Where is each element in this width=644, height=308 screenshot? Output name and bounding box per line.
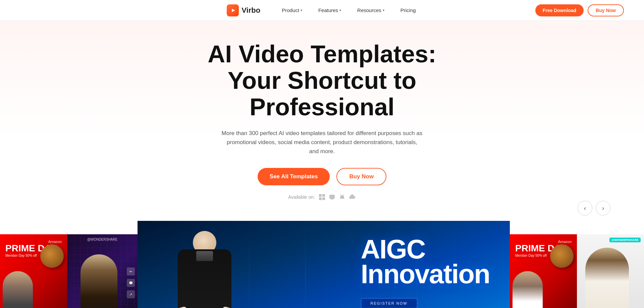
free-download-button[interactable]: Free Download — [535, 4, 584, 16]
svg-point-9 — [343, 197, 343, 197]
video-card-amazon-left[interactable]: Amazon PRIME DAY Member Day 50% off devi… — [0, 234, 67, 308]
resources-chevron-icon: ▾ — [383, 8, 384, 12]
svg-line-10 — [340, 194, 341, 195]
person-right — [513, 264, 546, 308]
product-image-right — [550, 244, 574, 268]
logo-link[interactable]: Virbo — [227, 4, 260, 16]
hero-title: AI Video Templates: Your Shortcut to Pro… — [171, 41, 473, 121]
svg-rect-5 — [322, 197, 325, 200]
carousel-nav: ‹ › — [578, 201, 610, 215]
navbar: Virbo Product ▾ Features ▾ Resources ▾ P… — [0, 0, 644, 21]
svg-rect-4 — [319, 197, 322, 200]
carousel-section: ‹ › Amazon PRIME DAY Member Day 50% off … — [0, 218, 644, 308]
edit-icon: ✏ — [127, 267, 135, 275]
logo-icon — [227, 4, 239, 16]
carousel-next-button[interactable]: › — [596, 201, 610, 215]
hero-subtitle: More than 300 perfect AI video templates… — [221, 129, 423, 156]
see-all-templates-button[interactable]: See All Templates — [258, 168, 330, 185]
features-chevron-icon: ▾ — [339, 8, 341, 12]
android-icon — [338, 193, 346, 201]
person-left — [3, 264, 36, 308]
svg-rect-3 — [322, 194, 325, 197]
aigc-main-text: AIGCInnovation — [361, 237, 490, 286]
available-on: Available on: — [7, 193, 637, 201]
mac-icon — [328, 193, 336, 201]
product-chevron-icon: ▾ — [301, 8, 302, 12]
carousel-track: Amazon PRIME DAY Member Day 50% off devi… — [0, 221, 644, 308]
nav-product[interactable]: Product ▾ — [280, 5, 304, 15]
social-handle-left: @WONDERSHARE — [67, 238, 138, 241]
logo-text: Virbo — [241, 6, 260, 15]
svg-rect-2 — [319, 194, 322, 197]
nav-pricing[interactable]: Pricing — [399, 5, 417, 15]
buy-now-nav-button[interactable]: Buy Now — [588, 4, 624, 16]
video-card-amazon-right[interactable]: Amazon PRIME DAY Member Day 50% off tabl… — [510, 234, 577, 308]
tiktok-badge: @WONDERSHARE — [609, 238, 641, 242]
chat-icon: 💬 — [127, 279, 135, 287]
share-icon: ↗ — [127, 290, 135, 298]
hero-buttons: See All Templates Buy Now — [7, 168, 637, 185]
cloud-icon — [348, 193, 356, 201]
video-card-tiktok-right[interactable]: @WONDERSHARE content coming up: your tik… — [577, 234, 644, 308]
hero-section: AI Video Templates: Your Shortcut to Pro… — [0, 21, 644, 218]
platform-icons — [318, 193, 356, 201]
person-tiktok — [585, 244, 636, 308]
nav-resources[interactable]: Resources ▾ — [356, 5, 386, 15]
svg-rect-6 — [329, 195, 335, 199]
svg-line-11 — [343, 194, 344, 195]
person-social-left — [80, 251, 124, 308]
amazon-label-left: Amazon — [48, 240, 62, 244]
amazon-label-right: Amazon — [558, 240, 572, 244]
video-card-social-left[interactable]: @WONDERSHARE ✏ 💬 ↗ — [67, 234, 138, 308]
product-image-left — [40, 244, 64, 268]
nav-features[interactable]: Features ▾ — [317, 5, 342, 15]
video-card-aigc-center[interactable]: AIGCInnovation REGISTER NOW Be part of t… — [138, 221, 510, 308]
svg-rect-7 — [331, 199, 333, 199]
buy-now-hero-button[interactable]: Buy Now — [336, 168, 386, 185]
aigc-text-area: AIGCInnovation REGISTER NOW — [361, 237, 490, 308]
aigc-presenter — [164, 228, 248, 308]
social-icons: ✏ 💬 ↗ — [127, 267, 135, 298]
windows-icon — [318, 193, 326, 201]
carousel-prev-button[interactable]: ‹ — [578, 201, 592, 215]
svg-point-8 — [341, 197, 341, 197]
register-now-button[interactable]: REGISTER NOW — [361, 298, 417, 308]
